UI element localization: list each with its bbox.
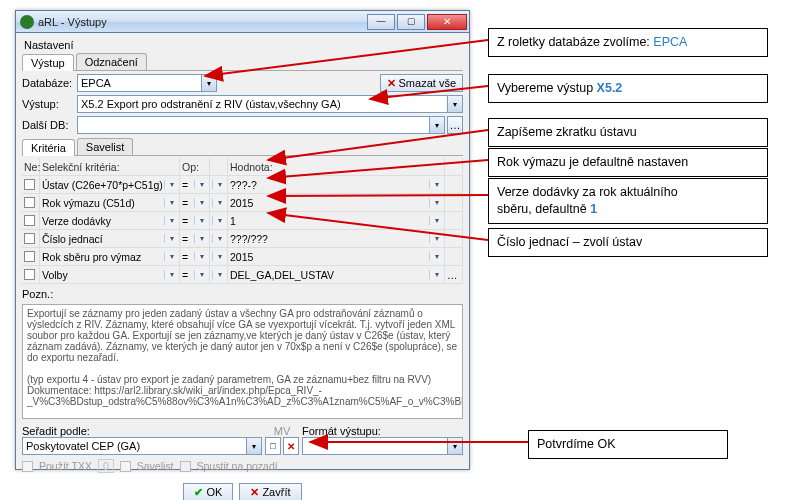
label-database: Databáze: <box>22 77 77 89</box>
annotation-text: Zapíšeme zkratku ústavu <box>497 125 637 139</box>
format-select[interactable]: ▾ <box>302 437 463 455</box>
op-select[interactable]: = <box>180 176 210 193</box>
ne-checkbox[interactable] <box>22 248 40 265</box>
annotation-text: Číslo jednací – zvolí ústav <box>497 235 642 249</box>
table-row: Rok sběru pro výmaz = 2015 <box>22 248 463 266</box>
value-input[interactable]: ???/??? <box>228 230 445 247</box>
minimize-button[interactable]: — <box>367 14 395 30</box>
op-select[interactable]: = <box>180 248 210 265</box>
pozn-text: Exportují se záznamy pro jeden zadaný ús… <box>27 308 463 407</box>
aux-select[interactable] <box>210 266 228 283</box>
annotation-text: sběru, defaultně <box>497 202 590 216</box>
annotation: Verze dodávky za rok aktuálního sběru, d… <box>488 178 768 224</box>
maximize-button[interactable]: ▢ <box>397 14 425 30</box>
annotation-text: Z roletky databáze zvolíme: <box>497 35 653 49</box>
table-row: Rok výmazu (C51d) = 2015 <box>22 194 463 212</box>
criteria-select[interactable]: Volby <box>40 266 180 283</box>
ne-checkbox[interactable] <box>22 176 40 193</box>
table-row: Verze dodávky = 1 <box>22 212 463 230</box>
ne-checkbox[interactable] <box>22 230 40 247</box>
aux-select[interactable] <box>210 248 228 265</box>
clear-all-label: Smazat vše <box>399 77 456 89</box>
op-select[interactable]: = <box>180 194 210 211</box>
app-window: aRL - Výstupy — ▢ ✕ Nastavení Výstup Odz… <box>15 10 470 470</box>
annotation: Číslo jednací – zvolí ústav <box>488 228 768 257</box>
bottom-checks: Použít TXX 0 Savelist Spustit na pozadí <box>22 459 463 473</box>
annotation: Potvrdíme OK <box>528 430 728 459</box>
chevron-down-icon: ▾ <box>201 75 216 91</box>
criteria-grid: Ne: Selekční kritéria: Op: Hodnota: Ústa… <box>22 158 463 284</box>
tab-savelist[interactable]: Savelist <box>77 138 134 155</box>
annotation-text: Potvrdíme OK <box>537 437 616 451</box>
mv-label: MV <box>262 425 302 437</box>
annotation-highlight: EPCA <box>653 35 687 49</box>
sort-label: Seřadit podle: <box>22 425 262 437</box>
annotation: Vybereme výstup X5.2 <box>488 74 768 103</box>
chk-savelist-label: Savelist <box>137 460 174 472</box>
value-input[interactable]: 2015 <box>228 248 445 265</box>
output-select[interactable]: X5.2 Export pro odstranění z RIV (ústav,… <box>77 95 463 113</box>
tab-vystup[interactable]: Výstup <box>22 54 74 71</box>
client-area: Nastavení Výstup Odznačení Databáze: EPC… <box>16 33 469 500</box>
footer-buttons: ✔ OK ✕ Zavřít <box>22 483 463 500</box>
chk-background-label: Spustit na pozadí <box>197 460 278 472</box>
database-value: EPCA <box>81 77 111 89</box>
value-input[interactable]: 1 <box>228 212 445 229</box>
annotation-highlight: X5.2 <box>597 81 623 95</box>
chevron-down-icon: ▾ <box>447 96 462 112</box>
annotation-text: Rok výmazu je defaultně nastaven <box>497 155 688 169</box>
output-value: X5.2 Export pro odstranění z RIV (ústav,… <box>81 98 341 110</box>
pozn-label: Pozn.: <box>22 288 463 300</box>
close-button[interactable]: ✕ <box>427 14 467 30</box>
nextdb-clear-button[interactable]: … <box>447 116 463 134</box>
aux-select[interactable] <box>210 230 228 247</box>
row-end <box>445 194 463 211</box>
op-select[interactable]: = <box>180 212 210 229</box>
cancel-button[interactable]: ✕ Zavřít <box>239 483 301 500</box>
criteria-select[interactable]: Číslo jednací <box>40 230 180 247</box>
nextdb-select[interactable]: ▾ <box>77 116 445 134</box>
ok-button[interactable]: ✔ OK <box>183 483 233 500</box>
criteria-select[interactable]: Rok výmazu (C51d) <box>40 194 180 211</box>
aux-select[interactable] <box>210 176 228 193</box>
ne-checkbox[interactable] <box>22 212 40 229</box>
annotation: Rok výmazu je defaultně nastaven <box>488 148 768 177</box>
pozn-textarea[interactable]: Exportují se záznamy pro jeden zadaný ús… <box>22 304 463 419</box>
annotation-text: Vybereme výstup <box>497 81 597 95</box>
sort-select[interactable]: Poskytovatel CEP (GA) ▾ <box>22 437 262 455</box>
row-output: Výstup: X5.2 Export pro odstranění z RIV… <box>22 95 463 113</box>
criteria-select[interactable]: Ústav (C26e+70*p+C51g) <box>40 176 180 193</box>
row-database: Databáze: EPCA ▾ ✕ Smazat vše <box>22 74 463 92</box>
mv-clear-button[interactable]: ✕ <box>283 437 299 455</box>
tab-odznaceni[interactable]: Odznačení <box>76 53 147 70</box>
label-output: Výstup: <box>22 98 77 110</box>
mv-button[interactable]: □ <box>265 437 281 455</box>
criteria-select[interactable]: Verze dodávky <box>40 212 180 229</box>
criteria-tabs: Kritéria Savelist <box>22 138 463 156</box>
aux-select[interactable] <box>210 212 228 229</box>
value-input[interactable]: DEL_GA,DEL_USTAV <box>228 266 445 283</box>
txx-value: 0 <box>98 459 114 473</box>
ne-checkbox[interactable] <box>22 266 40 283</box>
ne-checkbox[interactable] <box>22 194 40 211</box>
criteria-select[interactable]: Rok sběru pro výmaz <box>40 248 180 265</box>
col-op: Op: <box>180 158 210 175</box>
value-input[interactable]: ???-? <box>228 176 445 193</box>
chk-savelist <box>120 461 131 472</box>
annotation-text: Verze dodávky za rok aktuálního <box>497 185 678 199</box>
tab-kriteria[interactable]: Kritéria <box>22 139 75 156</box>
op-select[interactable]: = <box>180 230 210 247</box>
value-input[interactable]: 2015 <box>228 194 445 211</box>
clear-all-button[interactable]: ✕ Smazat vše <box>380 74 463 92</box>
row-end <box>445 176 463 193</box>
format-label: Formát výstupu: <box>302 425 463 437</box>
main-tabs: Výstup Odznačení <box>22 53 463 71</box>
bottom-row: Seřadit podle: MV Formát výstupu: <box>22 425 463 437</box>
col-spacer <box>210 158 228 175</box>
op-select[interactable]: = <box>180 266 210 283</box>
aux-select[interactable] <box>210 194 228 211</box>
row-end <box>445 230 463 247</box>
database-select[interactable]: EPCA ▾ <box>77 74 217 92</box>
x-icon: ✕ <box>250 486 259 499</box>
col-sel: Selekční kritéria: <box>40 158 180 175</box>
